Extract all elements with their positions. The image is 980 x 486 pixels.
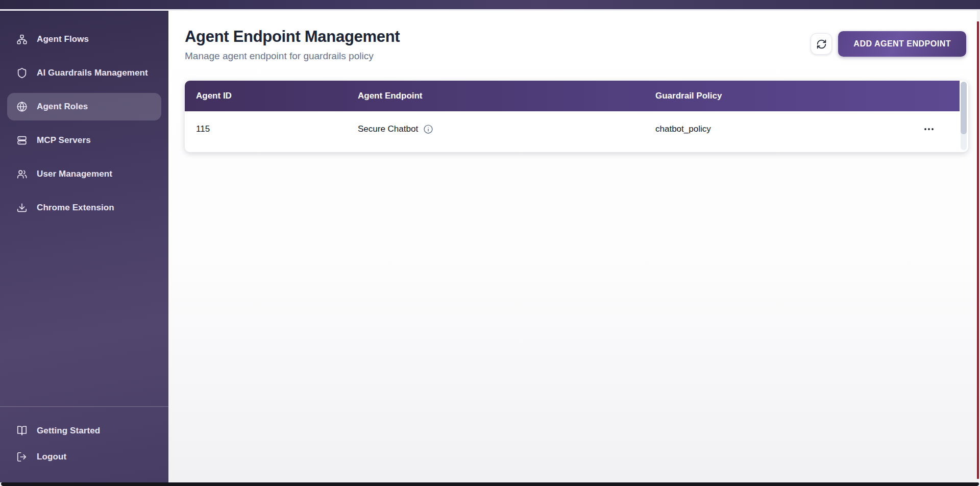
sidebar-item-getting-started[interactable]: Getting Started [7, 419, 161, 443]
download-icon [16, 202, 28, 213]
sidebar-item-ai-guardrails-management[interactable]: AI Guardrails Management [7, 59, 161, 87]
agent-endpoint-name: Secure Chatbot [358, 124, 418, 134]
table-row: 115 Secure Chatbot chatbot_policy [185, 111, 960, 147]
refresh-button[interactable] [811, 33, 832, 55]
logout-icon [16, 451, 28, 463]
cell-agent-id: 115 [185, 124, 356, 134]
page-header: Agent Endpoint Management Manage agent e… [168, 11, 977, 62]
table-header-row: Agent ID Agent Endpoint Guardrail Policy [185, 81, 960, 111]
sidebar-item-agent-roles[interactable]: Agent Roles [7, 93, 161, 120]
workflow-icon [16, 34, 28, 45]
server-icon [16, 135, 28, 146]
sidebar-item-agent-flows[interactable]: Agent Flows [7, 26, 161, 53]
cell-actions [921, 125, 960, 134]
screen-right-edge [977, 21, 979, 479]
column-header-agent-id: Agent ID [185, 91, 356, 101]
sidebar-item-label: Logout [37, 452, 66, 462]
sidebar-item-user-management[interactable]: User Management [7, 160, 161, 188]
sidebar-item-label: Agent Flows [37, 34, 89, 44]
column-header-guardrail-policy: Guardrail Policy [654, 91, 960, 101]
main-wrap: Agent Flows AI Guardrails Management [0, 11, 980, 482]
users-icon [16, 168, 28, 180]
agent-endpoint-table: Agent ID Agent Endpoint Guardrail Policy… [185, 81, 968, 152]
sidebar-item-logout[interactable]: Logout [7, 445, 161, 469]
sidebar-item-chrome-extension[interactable]: Chrome Extension [7, 194, 161, 222]
sidebar-item-label: User Management [37, 169, 112, 179]
column-header-agent-endpoint: Agent Endpoint [356, 91, 654, 101]
sidebar-item-label: Getting Started [37, 426, 100, 436]
row-actions-button[interactable] [921, 125, 937, 134]
window-bottom-bar [1, 482, 979, 486]
sidebar-item-label: Agent Roles [37, 102, 88, 112]
open-book-icon [16, 425, 28, 436]
cell-agent-endpoint: Secure Chatbot [356, 124, 654, 134]
app-window: Agent Flows AI Guardrails Management [0, 0, 980, 486]
main-content: Agent Endpoint Management Manage agent e… [168, 11, 977, 482]
page-title: Agent Endpoint Management [185, 28, 400, 46]
ellipsis-icon [924, 128, 934, 131]
header-actions: ADD AGENT ENDPOINT [811, 31, 966, 62]
sidebar: Agent Flows AI Guardrails Management [0, 11, 168, 482]
shield-icon [16, 67, 28, 79]
cell-guardrail-policy: chatbot_policy [654, 124, 921, 134]
table-scrollbar-track[interactable] [961, 82, 967, 150]
window-top-bar [0, 0, 980, 9]
info-icon[interactable] [423, 124, 433, 134]
sidebar-item-mcp-servers[interactable]: MCP Servers [7, 127, 161, 154]
sidebar-item-label: Chrome Extension [37, 203, 114, 213]
page-heading-block: Agent Endpoint Management Manage agent e… [185, 28, 400, 62]
add-agent-endpoint-button[interactable]: ADD AGENT ENDPOINT [838, 31, 966, 57]
page-subtitle: Manage agent endpoint for guardrails pol… [185, 51, 400, 62]
globe-icon [16, 101, 28, 112]
sidebar-footer: Getting Started Logout [0, 406, 168, 482]
sidebar-nav: Agent Flows AI Guardrails Management [0, 11, 168, 228]
sidebar-item-label: AI Guardrails Management [37, 68, 148, 78]
table-scrollbar-thumb[interactable] [961, 82, 967, 134]
refresh-icon [816, 39, 827, 50]
sidebar-item-label: MCP Servers [37, 135, 91, 145]
